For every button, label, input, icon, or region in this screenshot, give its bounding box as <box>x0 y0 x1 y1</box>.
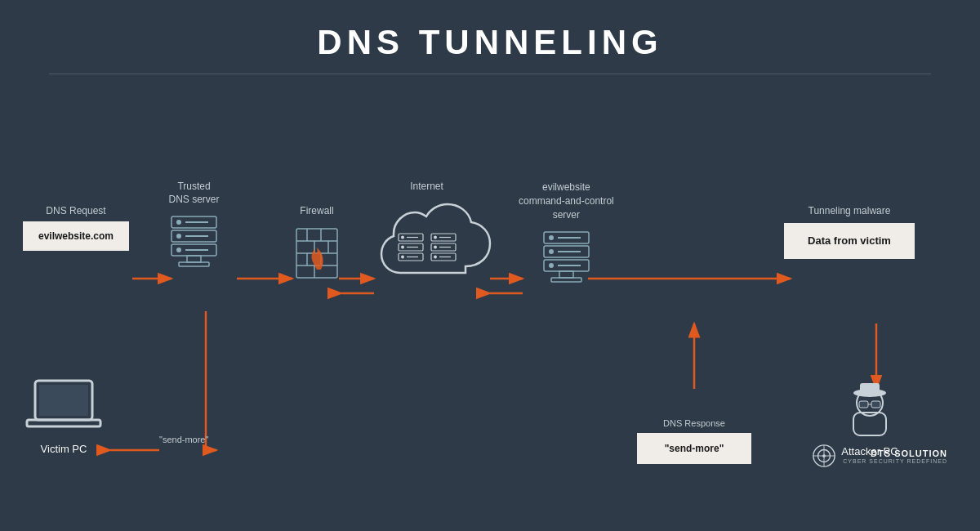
victim-pc-label: Victim PC <box>23 443 105 457</box>
send-more-label: "send-more" <box>159 434 208 445</box>
victim-pc-area: Victim PC <box>23 377 105 455</box>
internet-label: Internet <box>359 181 494 194</box>
svg-point-52 <box>434 245 437 248</box>
tunneling-malware-area: Tunneling malware Data from victim <box>784 205 915 259</box>
diagram-area: DNS Request evilwebsite.com Victim PC "s… <box>0 74 980 483</box>
evilwebsite-label: evilwebsite command-and-control server <box>519 181 614 221</box>
dns-request-box: evilwebsite.com <box>23 221 129 251</box>
firewall-label: Firewall <box>292 205 341 218</box>
svg-rect-26 <box>187 256 201 262</box>
svg-rect-27 <box>179 262 209 266</box>
svg-point-58 <box>549 235 554 240</box>
dts-logo-icon <box>812 444 836 468</box>
dns-request-label-area: DNS Request evilwebsite.com <box>23 205 129 251</box>
laptop-icon <box>23 377 105 438</box>
svg-point-55 <box>434 255 437 258</box>
dns-response-area: DNS Response "send-more" <box>637 417 751 464</box>
dns-request-label: DNS Request <box>23 205 129 218</box>
page-title: DNS TUNNELING <box>0 0 980 74</box>
logo-name: DTS SOLUTION <box>843 448 947 458</box>
dns-response-box: "send-more" <box>637 433 751 464</box>
svg-rect-67 <box>551 278 581 282</box>
tunneling-malware-label: Tunneling malware <box>784 205 915 218</box>
svg-point-61 <box>549 249 554 254</box>
evilwebsite-server-icon <box>540 228 593 293</box>
svg-rect-73 <box>871 401 880 408</box>
logo-area: DTS SOLUTION CYBER SECURITY REDEFINED <box>812 444 947 468</box>
svg-point-21 <box>176 234 181 239</box>
svg-point-24 <box>176 248 181 252</box>
trusted-dns-label: Trusted DNS server <box>167 181 220 206</box>
data-from-victim-box: Data from victim <box>784 223 915 259</box>
svg-point-64 <box>549 263 554 268</box>
trusted-dns-area: Trusted DNS server <box>167 181 220 281</box>
svg-rect-72 <box>859 401 868 408</box>
svg-point-40 <box>401 235 404 239</box>
svg-rect-71 <box>860 383 880 395</box>
evilwebsite-area: evilwebsite command-and-control server <box>519 181 614 297</box>
internet-area: Internet <box>359 181 494 290</box>
svg-point-18 <box>176 220 181 225</box>
dns-response-label: DNS Response <box>637 417 751 429</box>
svg-rect-66 <box>559 271 573 278</box>
firewall-icon <box>292 225 341 290</box>
svg-point-43 <box>401 245 404 248</box>
cloud-icon <box>359 197 494 287</box>
firewall-area: Firewall <box>292 205 341 293</box>
svg-point-46 <box>401 255 404 258</box>
hacker-icon <box>833 377 906 442</box>
trusted-dns-server-icon <box>167 212 220 278</box>
svg-rect-16 <box>27 420 100 426</box>
logo-tagline: CYBER SECURITY REDEFINED <box>843 458 947 464</box>
svg-rect-15 <box>39 385 88 416</box>
logo-text-area: DTS SOLUTION CYBER SECURITY REDEFINED <box>843 448 947 464</box>
svg-point-49 <box>434 235 437 239</box>
